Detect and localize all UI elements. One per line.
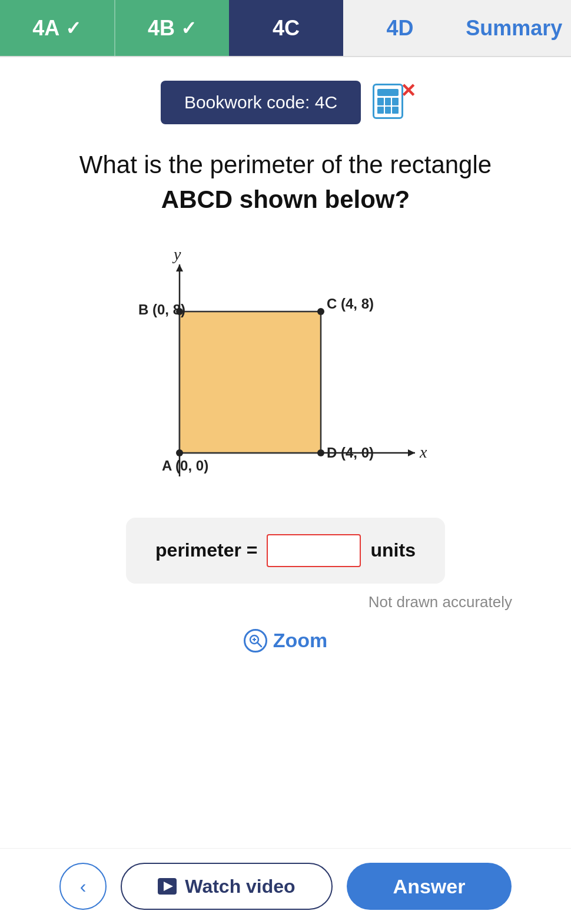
- back-icon: ‹: [80, 876, 87, 897]
- tab-4a-check: ✓: [65, 17, 81, 39]
- answer-button[interactable]: Answer: [347, 863, 512, 910]
- svg-marker-1: [408, 449, 415, 456]
- svg-text:x: x: [419, 443, 427, 461]
- back-button[interactable]: ‹: [59, 863, 107, 910]
- tab-bar: 4A ✓ 4B ✓ 4C 4D Summary: [0, 0, 571, 57]
- calc-btn-5: [385, 107, 391, 114]
- main-content: Bookwork code: 4C ✕ What is the perimete…: [0, 57, 571, 848]
- tab-4a-label: 4A: [32, 16, 59, 41]
- zoom-icon: [244, 629, 267, 653]
- calculator-screen: [377, 89, 399, 96]
- svg-point-10: [317, 449, 324, 456]
- coordinate-graph: y x A (0, 0) B (0, 8) C (4, 8) D (4, 0): [132, 241, 439, 500]
- svg-line-16: [257, 643, 261, 647]
- calculator-icon-container[interactable]: ✕: [373, 84, 410, 121]
- svg-text:D (4, 0): D (4, 0): [327, 445, 374, 461]
- tab-4b[interactable]: 4B ✓: [114, 0, 230, 56]
- svg-text:y: y: [172, 245, 181, 263]
- tab-4c-label: 4C: [273, 16, 300, 41]
- tab-summary[interactable]: Summary: [457, 0, 571, 56]
- svg-text:C (4, 8): C (4, 8): [327, 296, 374, 312]
- tab-summary-label: Summary: [466, 16, 562, 41]
- calculator-body: [373, 84, 403, 119]
- calc-btn-6: [392, 107, 399, 114]
- svg-point-9: [317, 308, 324, 315]
- question-line2: ABCD shown below?: [161, 186, 410, 213]
- bookwork-row: Bookwork code: 4C ✕: [161, 81, 410, 124]
- calc-btn-2: [385, 98, 391, 105]
- svg-marker-3: [176, 264, 183, 271]
- svg-text:B (0, 8): B (0, 8): [138, 302, 185, 317]
- watch-video-label: Watch video: [185, 876, 295, 897]
- tab-4b-check: ✓: [181, 17, 197, 39]
- zoom-button[interactable]: Zoom: [244, 629, 328, 653]
- tab-4a[interactable]: 4A ✓: [0, 0, 114, 56]
- tab-4c[interactable]: 4C: [229, 0, 343, 56]
- bottom-bar: ‹ Watch video Answer: [0, 848, 571, 924]
- calculator-x-icon: ✕: [400, 81, 416, 100]
- tab-4b-label: 4B: [148, 16, 175, 41]
- perimeter-input[interactable]: [267, 534, 361, 567]
- calc-btn-3: [392, 98, 399, 105]
- watch-video-button[interactable]: Watch video: [121, 863, 333, 910]
- video-icon: [158, 878, 177, 895]
- svg-point-7: [176, 449, 183, 456]
- bookwork-badge: Bookwork code: 4C: [161, 81, 361, 124]
- calc-btn-4: [377, 107, 384, 114]
- bookwork-label: Bookwork code: 4C: [184, 92, 337, 112]
- perimeter-label: perimeter =: [155, 539, 257, 561]
- svg-text:A (0, 0): A (0, 0): [162, 458, 208, 473]
- graph-container: y x A (0, 0) B (0, 8) C (4, 8) D (4, 0): [24, 241, 547, 500]
- tab-4d-label: 4D: [387, 16, 414, 41]
- svg-rect-6: [180, 312, 321, 453]
- answer-row: perimeter = units: [126, 518, 445, 584]
- calculator-buttons: [377, 98, 399, 114]
- answer-label: Answer: [393, 875, 466, 897]
- question-text: What is the perimeter of the rectangle A…: [79, 148, 492, 217]
- question-line1: What is the perimeter of the rectangle: [79, 151, 492, 178]
- tab-4d[interactable]: 4D: [343, 0, 457, 56]
- zoom-label: Zoom: [273, 629, 328, 652]
- not-drawn-label: Not drawn accurately: [24, 593, 547, 611]
- calc-btn-1: [377, 98, 384, 105]
- units-label: units: [370, 539, 415, 561]
